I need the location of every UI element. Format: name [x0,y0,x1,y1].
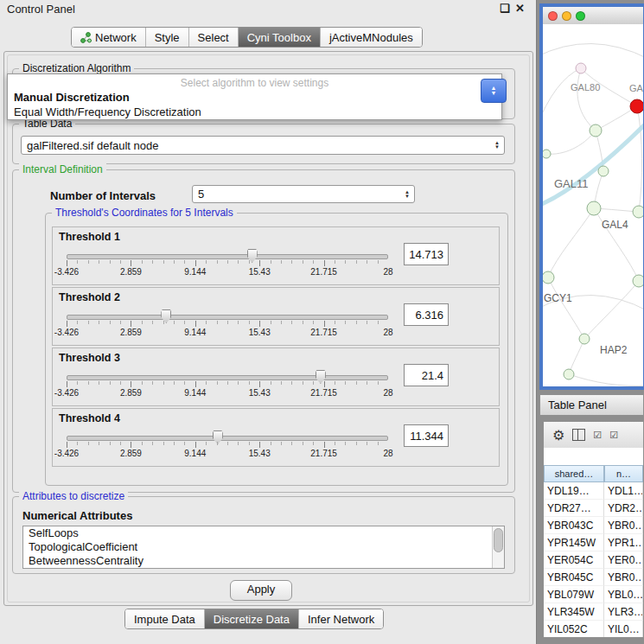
node[interactable] [543,271,554,284]
tab-discretize-data[interactable]: Discretize Data [204,609,298,628]
tab-select[interactable]: Select [188,28,238,47]
tab-jactivemnodules[interactable]: jActiveMNodules [320,28,422,47]
network-window-titlebar[interactable] [543,7,643,25]
list-item[interactable]: SelfLoops [23,526,504,540]
table-cell[interactable]: YIL052C [544,621,604,637]
table-cell[interactable]: YBL0… [604,586,643,603]
screen: Control Panel ❏ ✕ Network Style Select C… [0,0,644,644]
tab-impute-data[interactable]: Impute Data [125,609,204,628]
table-cell[interactable]: YER054C [544,552,604,569]
table-row[interactable]: YBR043C YBR0… [544,517,643,534]
node[interactable] [543,150,551,158]
close-traffic-light-icon[interactable] [548,11,558,21]
threshold-value-field[interactable]: 6.316 [404,303,449,326]
apply-button[interactable]: Apply [230,580,292,601]
tick-label: 28 [383,328,392,337]
checkbox-icon[interactable]: ☑ [609,430,618,441]
node[interactable] [633,275,643,287]
close-icon[interactable]: ✕ [515,2,525,15]
slider-track[interactable] [67,254,388,259]
tick-label: -3.426 [54,328,79,337]
network-view-window: GAL80 GA GAL11 GAL4 GCY1 HAP2 [539,3,644,390]
table-panel-title: Table Panel [548,399,607,411]
table-cell[interactable]: YPR1… [604,534,643,552]
node-label: HAP2 [600,344,628,356]
column-header-name[interactable]: n… [604,465,643,482]
tab-style[interactable]: Style [145,28,188,47]
list-item[interactable]: BetweennessCentrality [23,554,504,568]
tick-label: 9.144 [184,267,206,277]
scrollbar[interactable] [492,526,504,568]
node-label: GA [629,83,643,93]
float-window-icon[interactable]: ❏ [500,2,510,15]
algorithm-combobox-stepper-icon[interactable]: ▲▼ [481,79,507,103]
selected-node[interactable] [630,99,643,113]
node[interactable] [587,201,601,215]
list-item[interactable]: TopologicalCoefficient [23,540,504,554]
table-row[interactable]: YBL079W YBL0… [544,586,643,603]
slider-tick-labels: -3.426 2.859 9.144 15.43 21.715 28 [67,449,388,459]
table-cell[interactable]: YDL19… [544,482,604,500]
table-row[interactable]: YPR145W YPR1… [544,534,643,552]
node[interactable] [579,334,590,344]
tab-cyni-toolbox[interactable]: Cyni Toolbox [238,28,320,47]
node[interactable] [576,63,586,73]
slider-ticks [67,381,388,387]
minimize-traffic-light-icon[interactable] [562,11,571,21]
network-canvas[interactable]: GAL80 GA GAL11 GAL4 GCY1 HAP2 [543,24,643,386]
slider-track[interactable] [67,375,388,380]
threshold-slider[interactable]: -3.426 2.859 9.144 15.43 21.715 28 [58,309,397,341]
slider-tick-labels: -3.426 2.859 9.144 15.43 21.715 28 [67,267,388,277]
table-row[interactable]: YBR045C YBR0… [544,569,643,586]
table-row[interactable]: YDL19… YDL1… [544,482,643,500]
threshold-slider[interactable]: -3.426 2.859 9.144 15.43 21.715 28 [58,248,397,281]
node[interactable] [564,369,574,379]
threshold-value-field[interactable]: 11.344 [404,424,449,447]
threshold-label: Threshold 3 [59,352,120,364]
checkbox-icon[interactable]: ☑ [593,430,602,441]
number-of-intervals-combobox[interactable]: 5 ▲▼ [192,185,415,203]
table-body: YDL19… YDL1… YDR27… YDR2… YBR043C YBR0… … [544,482,643,637]
threshold-value-field[interactable]: 14.713 [404,243,449,265]
threshold-value-field[interactable]: 21.4 [404,364,449,386]
table-row[interactable]: YER054C YER0… [544,552,643,569]
table-row[interactable]: YDR27… YDR2… [544,500,643,517]
table-data-combobox[interactable]: galFiltered.sif default node ▲▼ [21,136,505,155]
tab-network[interactable]: Network [72,28,145,47]
tab-label: Infer Network [308,613,374,626]
tick-label: 9.144 [184,449,206,458]
tab-infer-network[interactable]: Infer Network [298,609,383,628]
table-cell[interactable]: YDR27… [544,500,604,517]
dropdown-option-manual-discretization[interactable]: Manual Discretization [8,90,501,105]
table-cell[interactable]: YIL0… [604,621,643,637]
threshold-panel: Threshold 4 -3.426 2.859 9.144 15.43 21.… [52,408,500,467]
node[interactable] [598,166,609,176]
tick-label: 2.859 [120,449,142,458]
dropdown-option-equal-width[interactable]: Equal Width/Frequency Discretization [8,105,501,119]
threshold-slider[interactable]: -3.426 2.859 9.144 15.43 21.715 28 [58,369,397,402]
table-cell[interactable]: YBR045C [544,569,604,586]
gear-icon[interactable]: ⚙ [552,427,564,443]
table-cell[interactable]: YBR043C [544,517,604,534]
table-cell[interactable]: YBR0… [604,569,643,586]
column-header-shared-name[interactable]: shared… [544,465,604,482]
table-cell[interactable]: YDL1… [604,482,643,500]
table-cell[interactable]: YLR345W [544,603,604,621]
threshold-slider[interactable]: -3.426 2.859 9.144 15.43 21.715 28 [58,430,397,462]
tab-label: jActiveMNodules [329,31,413,44]
table-row[interactable]: YLR345W YLR3… [544,603,643,621]
scrollbar-thumb[interactable] [494,528,503,552]
zoom-traffic-light-icon[interactable] [576,11,585,21]
columns-icon[interactable] [572,429,585,441]
table-cell[interactable]: YBR0… [604,517,643,534]
table-cell[interactable]: YBL079W [544,586,604,603]
table-row[interactable]: YIL052C YIL0… [544,621,643,637]
slider-track[interactable] [67,436,388,441]
node[interactable] [590,124,602,137]
table-cell[interactable]: YLR3… [604,603,643,621]
table-cell[interactable]: YDR2… [604,500,643,517]
node[interactable] [633,206,643,218]
slider-track[interactable] [67,315,388,320]
table-cell[interactable]: YPR145W [544,534,604,552]
table-cell[interactable]: YER0… [604,552,643,569]
